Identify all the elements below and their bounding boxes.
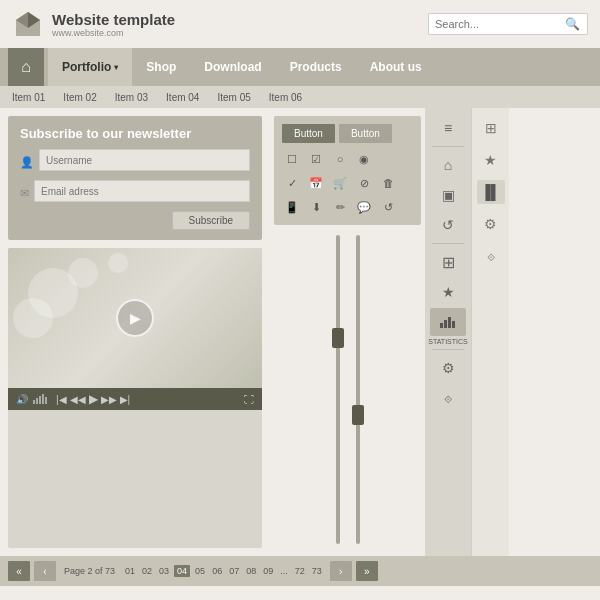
checkmark-icon[interactable]: ✓ [282,173,302,193]
next-page-button[interactable]: › [330,561,352,581]
radio-empty-icon[interactable]: ○ [330,149,350,169]
vol-bar-3 [39,396,41,404]
newsletter-widget: Subscribe to our newsletter 👤 ✉ Subscrib… [8,116,262,240]
fr-grid-icon[interactable]: ⊞ [477,116,505,140]
page-72[interactable]: 72 [293,565,307,577]
svg-rect-4 [444,320,447,328]
checkbox-checked-icon[interactable]: ☑ [306,149,326,169]
svg-rect-6 [452,321,455,328]
page-73[interactable]: 73 [310,565,324,577]
middle-column: Button Button ☐ ☑ ○ ◉ ✓ 📅 🛒 ⊘ 🗑 � [270,108,425,556]
svg-rect-5 [448,317,451,328]
fr-stats-icon[interactable]: ▐▌ [477,180,505,204]
fr-settings-icon[interactable]: ⚙ [477,212,505,236]
checkbox-empty-icon[interactable]: ☐ [282,149,302,169]
transport-controls: |◀ ◀◀ ▶ ▶▶ ▶| [56,392,130,406]
skip-forward-button[interactable]: ▶| [120,394,131,405]
slider-2-track[interactable] [356,235,360,544]
subnav-item-5[interactable]: Item 05 [217,92,250,103]
page-06[interactable]: 06 [210,565,224,577]
vol-bar-1 [33,400,35,404]
prev-page-button[interactable]: ‹ [34,561,56,581]
left-column: Subscribe to our newsletter 👤 ✉ Subscrib… [0,108,270,556]
menu-icon[interactable]: ≡ [430,114,466,142]
svg-rect-3 [440,323,443,328]
main-area: Subscribe to our newsletter 👤 ✉ Subscrib… [0,108,600,556]
page-09[interactable]: 09 [261,565,275,577]
first-page-button[interactable]: « [8,561,30,581]
radio-checked-icon[interactable]: ◉ [354,149,374,169]
slider-1[interactable] [332,235,344,544]
widget-button-2[interactable]: Button [339,124,392,143]
nav-item-products[interactable]: Products [276,48,356,86]
bubble [108,253,128,273]
pencil-icon[interactable]: ✏ [330,197,350,217]
chat-icon[interactable]: 💬 [354,197,374,217]
compass-icon[interactable]: ⊘ [354,173,374,193]
newsletter-title: Subscribe to our newsletter [20,126,250,141]
subscribe-button[interactable]: Subscribe [172,211,250,230]
page-02[interactable]: 02 [140,565,154,577]
trash-icon[interactable]: 🗑 [378,173,398,193]
pagination-bar: « ‹ Page 2 of 73 01 02 03 04 05 06 07 08… [0,556,600,586]
settings-icon[interactable]: ⚙ [430,354,466,382]
button-row: Button Button [282,124,413,143]
search-input[interactable] [435,18,565,30]
slider-1-thumb[interactable] [332,328,344,348]
statistics-icon[interactable] [430,308,466,336]
cart-icon[interactable]: 🛒 [330,173,350,193]
page-04[interactable]: 04 [174,565,190,577]
logo-area: Website template www.website.com [12,8,175,40]
page-08[interactable]: 08 [244,565,258,577]
page-05[interactable]: 05 [193,565,207,577]
video-player: ▶ 🔊 |◀ ◀◀ ▶ ▶▶ ▶| ⛶ [8,248,262,548]
sub-nav: Item 01 Item 02 Item 03 Item 04 Item 05 … [0,86,600,108]
tablet-icon[interactable]: 📱 [282,197,302,217]
page-01[interactable]: 01 [123,565,137,577]
download-icon[interactable]: ⬇ [306,197,326,217]
last-page-button[interactable]: » [356,561,378,581]
share-icon[interactable]: ⟐ [430,384,466,412]
page-03[interactable]: 03 [157,565,171,577]
play-pause-button[interactable]: ▶ [89,392,98,406]
slider-1-track[interactable] [336,235,340,544]
subnav-item-6[interactable]: Item 06 [269,92,302,103]
search-box[interactable]: 🔍 [428,13,588,35]
skip-back-button[interactable]: |◀ [56,394,67,405]
video-controls: 🔊 |◀ ◀◀ ▶ ▶▶ ▶| ⛶ [8,388,262,410]
refresh-panel-icon[interactable]: ↺ [430,211,466,239]
username-input[interactable] [39,149,250,171]
volume-icon: 🔊 [16,394,28,405]
user-icon: 👤 [20,156,34,169]
subnav-item-4[interactable]: Item 04 [166,92,199,103]
star-icon[interactable]: ★ [430,278,466,306]
fast-forward-button[interactable]: ▶▶ [101,394,117,405]
nav-item-download[interactable]: Download [190,48,275,86]
refresh-icon[interactable]: ↺ [378,197,398,217]
home-panel-icon[interactable]: ⌂ [430,151,466,179]
nav-item-about[interactable]: About us [356,48,436,86]
nav-item-shop[interactable]: Shop [132,48,190,86]
email-input[interactable] [34,180,250,202]
nav-item-portfolio[interactable]: Portfolio ▾ [48,48,132,86]
bubble [13,298,53,338]
slider-2-thumb[interactable] [352,405,364,425]
fr-share-icon[interactable]: ⟐ [477,244,505,268]
briefcase-icon[interactable]: ▣ [430,181,466,209]
subnav-item-2[interactable]: Item 02 [63,92,96,103]
subnav-item-1[interactable]: Item 01 [12,92,45,103]
grid-icon[interactable]: ⊞ [430,248,466,276]
nav-home-button[interactable]: ⌂ [8,48,44,86]
subnav-item-3[interactable]: Item 03 [115,92,148,103]
volume-bar[interactable] [33,394,47,404]
empty-icon-4 [402,197,422,217]
rewind-button[interactable]: ◀◀ [70,394,86,405]
slider-2[interactable] [352,235,364,544]
fr-star-icon[interactable]: ★ [477,148,505,172]
play-button[interactable]: ▶ [116,299,154,337]
vol-bar-5 [45,397,47,404]
calendar-icon[interactable]: 📅 [306,173,326,193]
widget-button-1[interactable]: Button [282,124,335,143]
fullscreen-button[interactable]: ⛶ [244,394,254,405]
page-07[interactable]: 07 [227,565,241,577]
